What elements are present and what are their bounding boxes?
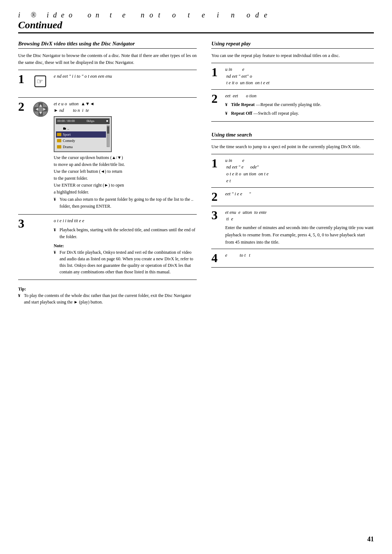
header-line1: i ® ideo on t e not o t e i n ode [18,11,374,19]
right-step-1-row: 1 u in e nd eet " eet" o t e it o un tio… [211,63,374,89]
yen-icon-tip: ¥ [18,292,23,305]
header-part1: i ® ideo [18,11,77,19]
note-block: Note: ¥ For DivX title playback, Onkyo t… [54,243,197,275]
step-1-icon-cell: ☞ [32,70,54,97]
right-ts-step-4-italic: e to t t [225,252,374,259]
folder-sport-label: Sport [63,132,71,137]
header-part2: on t e [87,11,130,19]
right-ts-step-3-italic: et enu e utton to ente ti e [225,209,374,223]
right-step-2-italic: eet eet o tion [225,93,374,99]
folder-drama-label: Drama [63,144,73,150]
right-ts-step-4-row: 4 e to t t [211,249,374,268]
right-step-2-row: 2 eet eet o tion ¥ Title Repeat —Repeat … [211,90,374,122]
right-ts-step-1-italic: u in e nd eet " e ode" o t e it o un tio… [225,157,374,184]
folder-back-label: 🖿 .. [63,126,69,131]
right-ts-step-4-content: e to t t [225,249,374,268]
right-step-2-detail: ¥ Title Repeat —Repeat the currently pla… [225,101,374,117]
two-col-layout: Browsing DivX video titles using the Dis… [18,41,374,307]
tip-text: To play the contents of the whole disc r… [24,292,197,305]
right-ts-step-2-number: 2 [211,187,225,206]
yen-icon-2: ¥ [54,227,58,240]
step-3-icon-cell [32,215,54,280]
screen-bitrate: 0kbps [87,119,95,124]
right-ts-step-4-number: 4 [211,249,225,268]
folder-row-comedy: Comedy [56,138,106,144]
step-1-content: e nd eet " i i to " o t eon een enu [54,70,197,97]
step-2-number: 2 [18,97,32,215]
screen-timecode: 00:00 / 00:00 [57,119,75,124]
step-2-bullet1: ¥ You can also return to the parent fold… [54,196,197,210]
folder-row-back: 🖿 .. [56,125,106,131]
right-step-2-bullet1-text: Title Repeat —Repeat the currently playi… [231,101,321,108]
right-ts-step-3-detail: Enter the number of minutes and seconds … [225,224,374,246]
right-section1-intro: You can use the repeat play feature to r… [211,52,374,59]
tip-label: Tip: [18,286,26,292]
right-steps-table-1: 1 u in e nd eet " eet" o t e it o un tio… [211,63,374,122]
svg-text:☞: ☞ [37,77,43,85]
right-ts-step-1-content: u in e nd eet " e ode" o t e it o un tio… [225,154,374,187]
screen-mockup: 00:00 / 00:00 0kbps ■ 🖿 .. [54,116,112,152]
left-steps-table: 1 ☞ e nd eet " i i to " o t eon een enu [18,70,197,280]
yen-icon-note: ¥ [54,249,58,275]
page-number: 41 [367,535,374,543]
scrollbar [107,125,110,147]
right-step-1-number: 1 [211,63,225,89]
right-section1-title: Using repeat play [211,41,374,49]
folder-row-drama: Drama [56,144,106,150]
step-1-number: 1 [18,70,32,97]
folder-comedy-label: Comedy [63,138,75,143]
left-section-title: Browsing DivX video titles using the Dis… [18,41,197,49]
yen-icon-r2: ¥ [225,110,229,117]
tip-block: Tip: ¥ To play the contents of the whole… [18,286,197,305]
step-2-content: et e u o utton ▲▼◄► nd to n i te 00:00 /… [54,97,197,215]
right-step-2-number: 2 [211,90,225,122]
hand-icon: ☞ [32,73,48,93]
step-2-italic: et e u o utton ▲▼◄► nd to n i te [54,101,197,114]
step-3-content: o t e i i ted tit e e ¥ Playback begins,… [54,215,197,280]
step-2-row: 2 [18,97,197,215]
folder-row-sport: Sport [56,131,106,138]
right-ts-step-2-row: 2 eet " i e e " [211,187,374,206]
step-1-italic: e nd eet " i i to " o t eon een enu [54,73,197,80]
step-2-bullet1-text: You can also return to the parent folder… [60,196,197,210]
header-continued: Continued [18,19,62,30]
folder-list: 🖿 .. Sport Comedy [56,125,106,150]
right-step-1-italic: u in e nd eet " eet" o t e it o un tion … [225,66,374,86]
screen-top-bar: 00:00 / 00:00 0kbps ■ [56,118,110,124]
right-step-2-bullet2: ¥ Repeat Off —Switch off repeat play. [225,110,374,117]
scrollbar-thumb [107,126,109,134]
note-label: Note: [54,243,64,248]
note-text: For DivX title playback, Onkyo tested an… [60,249,197,275]
step-1-row: 1 ☞ e nd eet " i i to " o t eon een enu [18,70,197,97]
right-section2-title: Using time search [211,132,374,140]
left-column: Browsing DivX video titles using the Dis… [18,41,197,307]
right-ts-step-2-content: eet " i e e " [225,187,374,206]
right-section2-intro: Use the time search to jump to a speci e… [211,143,374,150]
screen-stop-icon: ■ [106,119,108,124]
right-column: Using repeat play You can use the repeat… [211,41,374,307]
header: i ® ideo on t e not o t e i n ode Contin… [18,11,374,33]
folder-icon-sport [57,133,61,136]
step-3-detail: ¥ Playback begins, starting with the sel… [54,227,197,240]
right-ts-step-3-number: 3 [211,206,225,249]
page: i ® ideo on t e not o t e i n ode Contin… [0,0,392,554]
right-ts-step-1-row: 1 u in e nd eet " e ode" o t e it o un t… [211,154,374,187]
header-line2: Continued [18,19,374,33]
dpad-icon [32,101,49,118]
right-ts-step-3-content: et enu e utton to ente ti e Enter the nu… [225,206,374,249]
right-step-2-bullet2-text: Repeat Off —Switch off repeat play. [231,110,299,117]
header-part3: not o t e i n ode [141,11,272,19]
step-2-detail: Use the cursor up/down buttons (▲/▼) to … [54,154,197,210]
right-ts-step-2-italic: eet " i e e " [225,191,374,197]
right-step-2-content: eet eet o tion ¥ Title Repeat —Repeat th… [225,90,374,122]
screen-content: 🖿 .. Sport Comedy [56,125,110,150]
right-ts-step-1-number: 1 [211,154,225,187]
yen-icon-r1: ¥ [225,101,229,108]
left-section-intro: Use the Disc Navigator to browse the con… [18,52,197,66]
step-2-icon-cell [32,97,54,215]
folder-icon-comedy [57,139,61,142]
right-step-1-content: u in e nd eet " eet" o t e it o un tion … [225,63,374,89]
tip-bullet1: ¥ To play the contents of the whole disc… [18,292,197,305]
step-3-italic: o t e i i ted tit e e [54,217,197,224]
right-ts-step-3-row: 3 et enu e utton to ente ti e Enter the … [211,206,374,249]
